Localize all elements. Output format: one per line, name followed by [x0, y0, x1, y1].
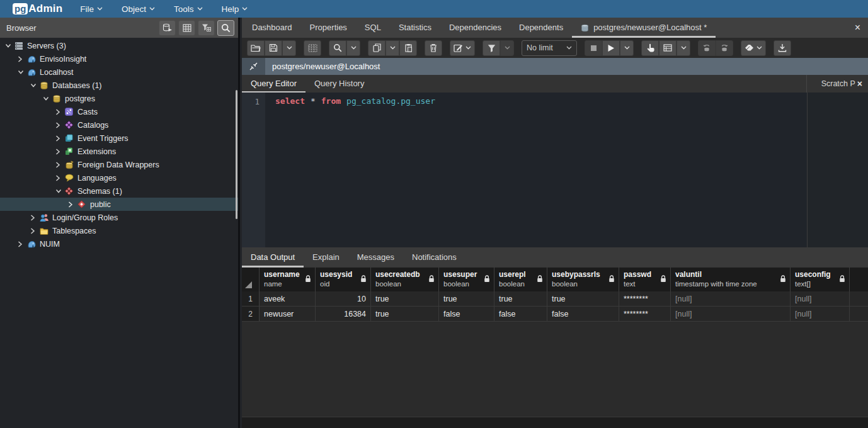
cell-usecreatedb[interactable]: true	[371, 307, 439, 321]
cell-usesysid[interactable]: 16384	[316, 307, 371, 321]
column-header-useconfig[interactable]: useconfigtext[]	[791, 268, 850, 291]
select-all-corner[interactable]	[242, 268, 260, 291]
explain-dropdown-button[interactable]	[677, 40, 690, 56]
column-header-usecreatedb[interactable]: usecreatedbboolean	[371, 268, 439, 291]
commit-button[interactable]	[698, 40, 716, 56]
chevron-collapsed-icon[interactable]	[55, 135, 65, 142]
tab-statistics[interactable]: Statistics	[390, 18, 440, 38]
save-file-button[interactable]	[265, 40, 282, 56]
column-header-usesuper[interactable]: usesuperboolean	[439, 268, 494, 291]
copy-dropdown-button[interactable]	[385, 40, 399, 56]
cell-usesysid[interactable]: 10	[316, 291, 371, 306]
tab-query-history[interactable]: Query History	[306, 75, 373, 93]
scratch-pad-close-icon[interactable]: ×	[857, 79, 862, 89]
tree-item-envisoinsight[interactable]: EnvisoInsight	[0, 52, 238, 65]
cell-valuntil[interactable]: [null]	[671, 291, 791, 306]
cell-userepl[interactable]: false	[494, 307, 547, 321]
tab-query-tool-active[interactable]: postgres/newuser@Localhost *	[572, 18, 716, 38]
cell-valuntil[interactable]: [null]	[671, 307, 791, 321]
cell-username[interactable]: aveek	[260, 291, 316, 306]
menu-object[interactable]: Object	[122, 4, 155, 14]
chevron-collapsed-icon[interactable]	[18, 56, 27, 62]
cell-passwd[interactable]: ********	[619, 291, 671, 306]
tab-explain[interactable]: Explain	[304, 247, 348, 268]
cell-usesuper[interactable]: true	[439, 291, 494, 306]
rollback-button[interactable]	[716, 40, 733, 56]
column-header-usesysid[interactable]: usesysidoid	[316, 268, 371, 291]
cell-useconfig[interactable]: [null]	[791, 291, 850, 306]
download-results-button[interactable]	[774, 40, 791, 56]
chevron-collapsed-icon[interactable]	[55, 149, 65, 155]
tree-item-databases[interactable]: Databases (1)	[0, 79, 238, 92]
connect-server-button[interactable]	[159, 20, 176, 36]
chevron-collapsed-icon[interactable]	[55, 109, 65, 115]
filtered-rows-button[interactable]	[198, 20, 215, 36]
table-row[interactable]: 1 aveek 10 true true true true ******** …	[242, 291, 868, 307]
explain-button[interactable]	[641, 40, 659, 56]
tab-dashboard[interactable]: Dashboard	[243, 18, 301, 38]
chevron-collapsed-icon[interactable]	[18, 241, 27, 247]
tree-item-tablespaces[interactable]: Tablespaces	[0, 224, 238, 237]
cell-username[interactable]: newuser	[260, 307, 316, 321]
save-dropdown-button[interactable]	[282, 40, 296, 56]
tree-item-public-schema[interactable]: public	[0, 198, 238, 211]
cell-usebypassrls[interactable]: false	[547, 307, 619, 321]
chevron-expanded-icon[interactable]	[55, 189, 65, 194]
cell-userepl[interactable]: true	[494, 291, 547, 306]
scratch-pad-panel[interactable]	[808, 93, 868, 247]
tree-item-event-triggers[interactable]: Event Triggers	[0, 132, 238, 145]
execute-query-button[interactable]	[602, 40, 620, 56]
tree-item-servers[interactable]: Servers (3)	[0, 39, 238, 52]
tree-item-extensions[interactable]: Extensions	[0, 145, 238, 158]
open-file-button[interactable]	[247, 40, 265, 56]
view-data-button[interactable]	[178, 20, 195, 36]
cell-useconfig[interactable]: [null]	[791, 307, 850, 321]
filter-button[interactable]	[483, 40, 500, 56]
chevron-collapsed-icon[interactable]	[55, 162, 65, 168]
tree-item-casts[interactable]: Casts	[0, 105, 238, 118]
connection-status-button[interactable]	[242, 58, 265, 75]
tree-item-foreign-data-wrappers[interactable]: Foreign Data Wrappers	[0, 158, 238, 171]
cell-usebypassrls[interactable]: true	[547, 291, 619, 306]
copy-button[interactable]	[368, 40, 385, 56]
search-objects-button[interactable]	[217, 20, 234, 36]
table-row[interactable]: 2 newuser 16384 true false false false *…	[242, 307, 868, 322]
cell-usecreatedb[interactable]: true	[371, 291, 439, 306]
cell-passwd[interactable]: ********	[619, 307, 671, 321]
tree-item-login-group-roles[interactable]: Login/Group Roles	[0, 211, 238, 224]
tab-properties[interactable]: Properties	[301, 18, 356, 38]
column-header-userepl[interactable]: usereplboolean	[494, 268, 547, 291]
chevron-collapsed-icon[interactable]	[30, 228, 40, 234]
column-header-usebypassrls[interactable]: usebypassrlsboolean	[547, 268, 619, 291]
execute-dropdown-button[interactable]	[620, 40, 634, 56]
cancel-query-button[interactable]	[585, 40, 602, 56]
edit-grid-button[interactable]	[304, 40, 321, 56]
tab-sql[interactable]: SQL	[356, 18, 390, 38]
chevron-collapsed-icon[interactable]	[30, 215, 40, 221]
tree-scrollbar-thumb[interactable]	[236, 90, 237, 219]
column-header-passwd[interactable]: passwdtext	[619, 268, 671, 291]
row-number[interactable]: 2	[242, 307, 260, 321]
find-button[interactable]	[329, 40, 346, 56]
chevron-collapsed-icon[interactable]	[68, 201, 77, 208]
filter-dropdown-button[interactable]	[500, 40, 514, 56]
row-limit-select[interactable]: No limit	[522, 40, 577, 56]
paste-button[interactable]	[399, 40, 417, 56]
chevron-collapsed-icon[interactable]	[55, 175, 65, 181]
column-header-username[interactable]: usernamename	[260, 268, 316, 291]
chevron-expanded-icon[interactable]	[30, 83, 40, 88]
chevron-expanded-icon[interactable]	[43, 96, 52, 101]
tree-item-languages[interactable]: Languages	[0, 171, 238, 184]
macro-dropdown-button[interactable]	[741, 40, 766, 56]
tree-item-nuim[interactable]: NUIM	[0, 237, 238, 251]
tree-item-localhost[interactable]: Localhost	[0, 65, 238, 79]
column-header-valuntil[interactable]: valuntiltimestamp with time zone	[671, 268, 791, 291]
close-panel-icon[interactable]: ×	[855, 23, 860, 33]
explain-analyze-button[interactable]	[659, 40, 677, 56]
tab-messages[interactable]: Messages	[348, 247, 403, 268]
cell-usesuper[interactable]: false	[439, 307, 494, 321]
menu-file[interactable]: File	[80, 4, 103, 14]
find-dropdown-button[interactable]	[346, 40, 360, 56]
row-number[interactable]: 1	[242, 291, 260, 306]
editor-code-line[interactable]: select*frompg_catalog.pg_user	[265, 93, 441, 247]
